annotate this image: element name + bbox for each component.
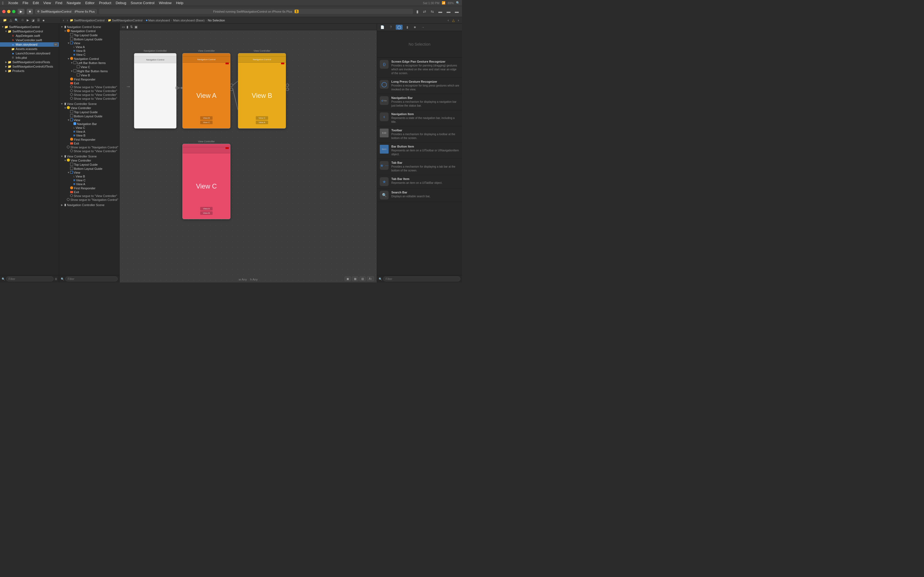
outline-left-bar[interactable]: ▼ Left Bar Button Items	[59, 61, 120, 65]
outline-top-layout-1[interactable]: Top Layout Guide	[59, 33, 120, 37]
outline-vc-2[interactable]: ▼ View Controller	[59, 158, 120, 163]
back-button[interactable]: ‹	[62, 18, 65, 23]
menu-help[interactable]: Help	[176, 1, 183, 5]
tree-item-viewcontroller[interactable]: S ViewController.swift	[0, 38, 59, 42]
outline-nav-bar-vc1[interactable]: Navigation Bar	[59, 122, 120, 126]
outline-segue-vc2-b[interactable]: Show segue to "Navigation Control"	[59, 198, 120, 201]
outline-view-c-vc2[interactable]: B View C	[59, 178, 120, 182]
storyboard-canvas[interactable]: → Navigation Controller Navigation Contr…	[120, 30, 377, 282]
outline-exit-vc1[interactable]: Exit	[59, 142, 120, 145]
inspector-tab-attributes[interactable]: ▮	[405, 25, 410, 30]
editor-assistant-button[interactable]: ⇄	[422, 9, 427, 14]
library-item-nav-bar[interactable]: ‹ Title Navigation Bar Provides a mechan…	[377, 94, 462, 110]
library-item-screen-edge-pan[interactable]: ⟨⟩ Screen Edge Pan Gesture Recognizer Pr…	[377, 58, 462, 78]
tree-item-root[interactable]: ▼ 📁 SwiftNavigationControl	[0, 25, 59, 29]
outline-segue-1a[interactable]: Show segue to "View Controller"	[59, 85, 120, 89]
outline-right-bar[interactable]: ▼ Right Bar Button Items	[59, 69, 120, 73]
navigator-icon-search[interactable]: 🔍	[14, 18, 19, 23]
library-item-tab-bar[interactable]: ★ ··· Tab Bar Provides a mechanism for d…	[377, 159, 462, 175]
toggle-uitests[interactable]: ▶	[5, 65, 8, 68]
outline-filter-input[interactable]	[65, 276, 118, 281]
warning-badge[interactable]: 1	[294, 10, 299, 13]
outline-segue-vc1-a[interactable]: Show segue to "Navigation Control"	[59, 145, 120, 149]
navigator-icon-reports[interactable]: ☰	[36, 18, 41, 23]
inspector-tab-size[interactable]: ■	[412, 25, 417, 30]
navigator-icon-debug[interactable]: ▶	[26, 18, 30, 23]
tree-item-tests[interactable]: ▶ 📁 SwiftNavigationControlTests	[0, 60, 59, 64]
library-item-tab-bar-item[interactable]: ★ Tab Bar Item Represents an item on a U…	[377, 175, 462, 189]
inspector-toggle[interactable]: ▬	[446, 9, 452, 14]
canvas-storyboard-btn[interactable]: ▮	[126, 25, 128, 29]
navigator-filter-input[interactable]	[6, 276, 53, 281]
outline-vc-scene-1[interactable]: ▼ ▮ View Controller Scene	[59, 102, 120, 106]
canvas-view-toggle[interactable]: ▣	[134, 25, 137, 29]
library-item-nav-item[interactable]: ‹ Navigation Item Represents a state of …	[377, 110, 462, 126]
navigator-icon-folder[interactable]: 📁	[2, 18, 8, 23]
menu-find[interactable]: Find	[55, 1, 62, 5]
menu-file[interactable]: File	[23, 1, 28, 5]
tree-item-uitests[interactable]: ▶ 📁 SwiftNavigationControlUITests	[0, 64, 59, 69]
outline-vc-scene-2[interactable]: ▼ ▮ View Controller Scene	[59, 154, 120, 158]
canvas-ctrl-1[interactable]: ▣	[344, 276, 351, 281]
tree-item-assets[interactable]: 📁 Assets.xcassets	[0, 47, 59, 51]
outline-view-1[interactable]: ▼ View	[59, 41, 120, 45]
nav-controller-scene[interactable]: Navigation Controller Navigation Control	[134, 50, 176, 129]
outline-view-b-bar[interactable]: View B	[59, 73, 120, 77]
outline-segue-vc1-b[interactable]: Show segue to "View Controller"	[59, 149, 120, 153]
toggle-root[interactable]: ▼	[1, 25, 5, 29]
outline-nav-ctrl-scene-2[interactable]: ▶ ▮ Navigation Controller Scene	[59, 203, 120, 207]
view-a-scene[interactable]: View Controller Navigation Control View …	[183, 50, 231, 129]
library-item-toolbar[interactable]: Edit Toolbar Provides a mechanism for di…	[377, 126, 462, 143]
menu-window[interactable]: Window	[159, 1, 171, 5]
breadcrumb-file[interactable]: ■ Main.storyboard	[146, 19, 170, 22]
toggle-app-group[interactable]: ▼	[5, 30, 8, 33]
outline-first-responder-1[interactable]: First Responder	[59, 77, 120, 81]
outline-view-vc1[interactable]: ▼ View	[59, 118, 120, 122]
minimize-button[interactable]	[7, 10, 10, 13]
tree-item-launchscreen[interactable]: ■ LaunchScreen.storyboard	[0, 51, 59, 55]
breadcrumb-group[interactable]: 📁 SwiftNavigationControl	[108, 19, 142, 22]
outline-responder-vc2[interactable]: First Responder	[59, 186, 120, 190]
navigator-icon-warning[interactable]: △	[9, 18, 13, 23]
outline-view-b-vc1[interactable]: B View B	[59, 134, 120, 137]
back-nav-button[interactable]: ‹	[447, 18, 450, 23]
view-a-frame[interactable]: Navigation Control View A View B View C	[183, 53, 231, 129]
library-item-bar-button[interactable]: Item Bar Button Item Represents an item …	[377, 143, 462, 159]
toggle-tests[interactable]: ▶	[5, 60, 8, 64]
toggle-nav-scene[interactable]: ▼	[60, 25, 63, 29]
editor-version-button[interactable]: ⇆	[430, 9, 435, 14]
library-item-search-bar[interactable]: 🔍 Search Bar Displays an editable search…	[377, 189, 462, 202]
inspector-tab-file[interactable]: 📄	[379, 25, 386, 30]
breadcrumb-base[interactable]: Main.storyboard (Base)	[173, 19, 205, 22]
forward-button[interactable]: ›	[66, 18, 69, 23]
navigator-icon-breakpoints[interactable]: ◪	[31, 18, 35, 23]
nav-ctrl-frame[interactable]: Navigation Control	[134, 53, 176, 129]
outline-nav-scene[interactable]: ▼ ▮ Navigation Control Scene	[59, 25, 120, 29]
menu-product[interactable]: Product	[99, 1, 111, 5]
outline-segue-vc2-a[interactable]: Show segue to "View Controller"	[59, 194, 120, 198]
outline-nav-ctrl-2[interactable]: ▼ Navigation Control	[59, 56, 120, 61]
outline-bottom-layout-vc1[interactable]: Bottom Layout Guide	[59, 114, 120, 118]
menu-view[interactable]: View	[43, 1, 51, 5]
menu-debug[interactable]: Debug	[116, 1, 126, 5]
editor-standard-button[interactable]: ▮	[415, 9, 420, 14]
tree-item-mainstoryboard[interactable]: ■ Main.storyboard M	[0, 42, 59, 47]
debug-toggle[interactable]: ▬	[454, 9, 460, 14]
outline-view-a-vc2[interactable]: B View A	[59, 182, 120, 186]
outline-view-b-vc2[interactable]: L View B	[59, 174, 120, 178]
outline-exit-1[interactable]: Exit	[59, 81, 120, 85]
menu-source-control[interactable]: Source Control	[131, 1, 155, 5]
inspector-tab-identity[interactable]: ◯	[396, 25, 402, 30]
outline-view-a-1[interactable]: L View A	[59, 45, 120, 49]
outline-top-layout-vc1[interactable]: Top Layout Guide	[59, 110, 120, 114]
tree-item-appdelegate[interactable]: S AppDelegate.swift	[0, 34, 59, 38]
inspector-tab-connections[interactable]: →	[420, 25, 426, 30]
canvas-ctrl-3[interactable]: ▧	[359, 276, 366, 281]
outline-responder-vc1[interactable]: First Responder	[59, 137, 120, 142]
menu-navigate[interactable]: Navigate	[67, 1, 81, 5]
run-button[interactable]: ▶	[18, 9, 24, 14]
canvas-back-btn[interactable]: ▭	[122, 25, 125, 29]
close-button[interactable]	[2, 10, 5, 13]
library-filter-input[interactable]	[383, 276, 460, 281]
outline-bottom-layout-vc2[interactable]: Bottom Layout Guide	[59, 166, 120, 171]
